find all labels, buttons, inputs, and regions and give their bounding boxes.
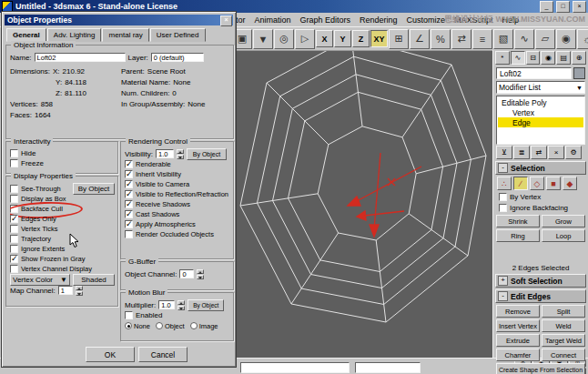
motion-tab[interactable]: ◉	[541, 51, 555, 65]
remove-modifier-icon[interactable]: ×	[548, 146, 564, 159]
checkbox-row[interactable]: Cast Shadows	[125, 209, 230, 219]
checkbox-row[interactable]: Hide	[10, 148, 115, 158]
render-scene-icon[interactable]: ☼	[577, 29, 588, 49]
show-end-result-icon[interactable]: ≣	[513, 146, 530, 159]
stack-row[interactable]: Edge	[498, 117, 583, 127]
collapse-icon[interactable]: -	[498, 163, 508, 173]
multiplier-input[interactable]: 1.0	[158, 300, 175, 309]
checkbox-row[interactable]: Vertex Ticks	[10, 224, 115, 234]
checkbox[interactable]	[10, 195, 18, 203]
checkbox-row[interactable]: Receive Shadows	[125, 199, 230, 209]
close-button[interactable]: ×	[573, 1, 586, 13]
see-through-checkbox[interactable]: See-Through	[10, 184, 61, 194]
checkbox[interactable]	[10, 159, 18, 167]
checkbox[interactable]	[10, 225, 18, 233]
minimize-button[interactable]: _	[540, 1, 553, 13]
utilities-tab[interactable]: ⊕	[572, 51, 586, 65]
layer-manager-icon[interactable]: ▧	[493, 29, 513, 49]
ignore-backfacing-checkbox[interactable]: Ignore Backfacing	[499, 203, 583, 213]
restrict-y-button[interactable]: Y	[334, 30, 351, 47]
object-color-swatch[interactable]	[573, 67, 585, 79]
checkbox[interactable]	[10, 245, 18, 253]
checkbox-row[interactable]: Show Frozen in Gray	[10, 254, 115, 264]
checkbox[interactable]	[10, 185, 18, 193]
dialog-close-button[interactable]: ×	[220, 15, 232, 26]
perspective-viewport[interactable]	[235, 50, 492, 358]
vertex-color-dropdown[interactable]: Vertex Color ▼	[10, 274, 70, 286]
menu-item[interactable]: Graph Editors	[296, 15, 356, 25]
checkbox-row[interactable]: Vertex Channel Display	[10, 264, 115, 274]
checkbox-row[interactable]: Trajectory	[10, 234, 115, 244]
border-mode-icon[interactable]: ◇	[530, 177, 544, 190]
layer-field[interactable]: 0 (default)	[151, 53, 204, 62]
shaded-button[interactable]: Shaded	[73, 274, 115, 286]
reference-coordinate-system-icon[interactable]: ▼	[253, 29, 273, 49]
spinner[interactable]	[76, 286, 83, 296]
checkbox-row[interactable]: Ignore Extents	[10, 244, 115, 254]
material-editor-icon[interactable]: ◉	[556, 29, 576, 49]
element-mode-icon[interactable]: ◆	[563, 177, 577, 190]
map-channel-input[interactable]: 1	[58, 286, 73, 295]
restrict-x-button[interactable]: X	[316, 30, 333, 47]
checkbox-row[interactable]: Visible to Reflection/Refraction	[125, 189, 230, 199]
radio-button[interactable]	[125, 322, 132, 329]
checkbox-row[interactable]: Render Occluded Objects	[125, 229, 230, 239]
radio-button[interactable]	[190, 322, 198, 329]
edit-edges-button[interactable]: Weld	[542, 319, 585, 332]
ok-button[interactable]: OK	[86, 347, 135, 362]
create-tab[interactable]: *	[495, 51, 510, 65]
blur-by-object-button[interactable]: By Object	[188, 299, 224, 311]
checkbox[interactable]	[10, 149, 18, 157]
stack-row[interactable]: Vertex	[498, 107, 583, 117]
edit-edges-button[interactable]: Connect	[542, 349, 585, 361]
selection-rollout-header[interactable]: - Selection	[495, 161, 586, 175]
motion-blur-radio[interactable]: None	[125, 322, 150, 330]
edit-edges-button[interactable]: Chamfer	[496, 349, 540, 361]
stack-row[interactable]: Editable Poly	[498, 97, 583, 107]
by-vertex-checkbox[interactable]: By Vertex	[499, 192, 583, 202]
create-shape-from-selection-button[interactable]: Create Shape From Selection	[496, 363, 585, 374]
checkbox-row[interactable]: Inherit Visibility	[125, 169, 230, 179]
spinner[interactable]	[177, 149, 184, 159]
checkbox[interactable]	[10, 205, 18, 213]
checkbox-row[interactable]: Edges Only	[10, 214, 115, 224]
menu-item[interactable]: Customize	[402, 15, 451, 25]
mirror-icon[interactable]: ⇄	[451, 29, 471, 49]
checkbox[interactable]	[125, 160, 133, 168]
checkbox[interactable]	[10, 235, 18, 243]
use-pivot-point-icon[interactable]: ◎	[274, 29, 294, 49]
soft-selection-rollout-header[interactable]: + Soft Selection	[495, 274, 586, 288]
selection-button[interactable]: Grow	[542, 215, 585, 227]
menu-item[interactable]: Animation	[249, 15, 295, 25]
visibility-by-object-button[interactable]: By Object	[187, 148, 227, 160]
select-and-manipulate-icon[interactable]: ▷	[295, 29, 315, 49]
enabled-checkbox[interactable]: Enabled	[125, 310, 230, 320]
object-name-input[interactable]: Loft02	[35, 53, 126, 62]
expand-icon[interactable]: +	[498, 276, 508, 286]
selection-button[interactable]: Ring	[496, 229, 540, 242]
tab-user-defined[interactable]: User Defined	[150, 28, 206, 42]
schematic-view-icon[interactable]: ▱	[535, 29, 555, 49]
checkbox[interactable]	[10, 255, 18, 263]
selection-button[interactable]: Loop	[542, 229, 585, 242]
maximize-button[interactable]: □	[556, 1, 570, 13]
tab-adv-lighting[interactable]: Adv. Lighting	[47, 28, 102, 42]
checkbox[interactable]	[499, 193, 507, 201]
collapse-icon[interactable]: -	[498, 291, 508, 301]
checkbox[interactable]	[125, 311, 133, 319]
edit-edges-rollout-header[interactable]: - Edit Edges	[495, 289, 586, 303]
checkbox[interactable]	[125, 180, 133, 188]
modifier-list-dropdown[interactable]: Modifier List ▼	[496, 81, 585, 94]
polygon-mode-icon[interactable]: ■	[546, 177, 561, 190]
tab-general[interactable]: General	[6, 28, 46, 42]
menu-item[interactable]: Rendering	[355, 15, 402, 25]
checkbox[interactable]	[125, 170, 133, 178]
hierarchy-tab[interactable]: ⊟	[526, 51, 541, 65]
spinner[interactable]	[177, 300, 185, 310]
vertex-mode-icon[interactable]: ∴	[497, 177, 512, 190]
spinner[interactable]	[197, 269, 204, 279]
edit-edges-button[interactable]: Target Weld	[542, 334, 585, 347]
align-icon[interactable]: ≡	[472, 29, 492, 49]
edge-mode-icon[interactable]: ∕	[513, 177, 528, 190]
selection-button[interactable]: Shrink	[496, 215, 540, 227]
